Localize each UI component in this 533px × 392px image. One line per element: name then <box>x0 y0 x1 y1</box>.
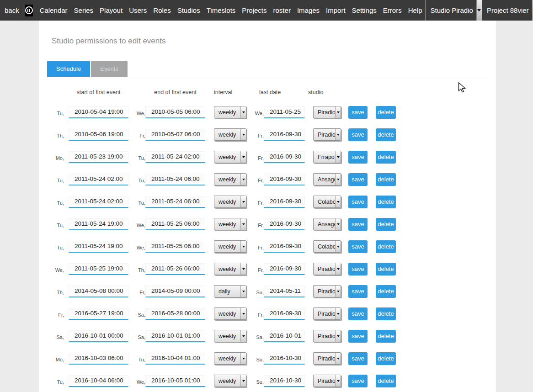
delete-button[interactable]: delete <box>376 173 396 186</box>
nav-item-settings[interactable]: Settings <box>349 0 380 20</box>
studio-dropdown-icon[interactable] <box>335 241 341 252</box>
start-datetime-input[interactable] <box>69 263 128 275</box>
interval-dropdown-icon[interactable] <box>240 330 246 342</box>
save-button[interactable]: save <box>348 106 368 119</box>
delete-button[interactable]: delete <box>376 352 396 365</box>
studio-dropdown-icon[interactable] <box>335 196 341 207</box>
studio-dropdown-icon[interactable] <box>335 330 341 342</box>
end-datetime-input[interactable] <box>145 151 205 163</box>
last-date-input[interactable] <box>264 263 305 275</box>
studio-dropdown-icon[interactable] <box>335 174 341 185</box>
start-datetime-input[interactable] <box>69 241 128 253</box>
save-button[interactable]: save <box>348 151 368 164</box>
last-date-input[interactable] <box>264 106 305 118</box>
interval-dropdown-icon[interactable] <box>240 375 246 387</box>
nav-item-import[interactable]: Import <box>323 0 349 20</box>
interval-dropdown-icon[interactable] <box>240 174 246 185</box>
interval-select[interactable]: weekly <box>214 196 246 208</box>
last-date-input[interactable] <box>264 286 305 297</box>
nav-item-calendar[interactable]: Calendar <box>37 0 71 20</box>
end-datetime-input[interactable] <box>145 129 205 141</box>
interval-select[interactable]: daily <box>214 285 246 297</box>
end-datetime-input[interactable] <box>145 330 205 342</box>
last-date-input[interactable] <box>264 330 305 342</box>
start-datetime-input[interactable] <box>69 151 128 163</box>
studio-row-select[interactable]: Piradio <box>313 330 341 342</box>
end-datetime-input[interactable] <box>145 106 205 118</box>
studio-dropdown-icon[interactable] <box>335 353 341 364</box>
tab-schedule[interactable]: Schedule <box>47 61 90 77</box>
last-date-input[interactable] <box>264 218 305 230</box>
last-date-input[interactable] <box>264 174 305 185</box>
interval-select[interactable]: weekly <box>214 240 246 253</box>
studio-row-select[interactable]: Piradio <box>313 106 341 118</box>
start-datetime-input[interactable] <box>69 375 128 387</box>
interval-select[interactable]: weekly <box>214 375 246 387</box>
studio-row-select[interactable]: Ansage <box>313 218 341 230</box>
nav-item-help[interactable]: Help <box>405 0 426 20</box>
interval-dropdown-icon[interactable] <box>240 286 246 297</box>
nav-item-series[interactable]: Series <box>71 0 97 20</box>
last-date-input[interactable] <box>264 353 305 365</box>
save-button[interactable]: save <box>348 352 368 365</box>
delete-button[interactable]: delete <box>376 196 396 208</box>
delete-button[interactable]: delete <box>376 151 396 164</box>
interval-select[interactable]: weekly <box>214 106 246 118</box>
delete-button[interactable]: delete <box>376 285 396 298</box>
start-datetime-input[interactable] <box>69 106 128 118</box>
end-datetime-input[interactable] <box>145 174 205 185</box>
last-date-input[interactable] <box>264 375 305 387</box>
end-datetime-input[interactable] <box>145 196 205 208</box>
interval-dropdown-icon[interactable] <box>240 196 246 207</box>
project-select[interactable]: Project 88vier <box>482 0 533 21</box>
studio-dropdown-icon[interactable] <box>335 286 341 297</box>
studio-dropdown-icon[interactable] <box>335 263 341 275</box>
nav-item-roster[interactable]: roster <box>270 0 294 20</box>
studio-row-select[interactable]: Ansage <box>313 173 341 185</box>
end-datetime-input[interactable] <box>145 286 205 297</box>
nav-item-projects[interactable]: Projects <box>239 0 270 20</box>
studio-dropdown-icon[interactable] <box>335 106 341 118</box>
studio-row-select[interactable]: Piradio <box>313 307 341 320</box>
interval-select[interactable]: weekly <box>214 352 246 365</box>
nav-item-users[interactable]: Users <box>126 0 150 20</box>
interval-dropdown-icon[interactable] <box>240 129 246 140</box>
studio-row-select[interactable]: Piradio <box>313 128 341 141</box>
interval-select[interactable]: weekly <box>214 218 246 230</box>
nav-item-playout[interactable]: Playout <box>96 0 126 20</box>
end-datetime-input[interactable] <box>145 218 205 230</box>
studio-dropdown-icon[interactable] <box>335 151 341 163</box>
studio-dropdown-icon[interactable] <box>335 218 341 230</box>
interval-select[interactable]: weekly <box>214 330 246 342</box>
end-datetime-input[interactable] <box>145 241 205 253</box>
end-datetime-input[interactable] <box>145 263 205 275</box>
interval-select[interactable]: weekly <box>214 173 246 185</box>
last-date-input[interactable] <box>264 196 305 208</box>
interval-dropdown-icon[interactable] <box>240 218 246 230</box>
nav-item-roles[interactable]: Roles <box>150 0 174 20</box>
delete-button[interactable]: delete <box>376 375 396 387</box>
nav-item-errors[interactable]: Errors <box>380 0 405 20</box>
studio-row-select[interactable]: Piradio <box>313 375 341 387</box>
studio-row-select[interactable]: Colabo <box>313 196 341 208</box>
start-datetime-input[interactable] <box>69 174 128 185</box>
start-datetime-input[interactable] <box>69 129 128 141</box>
start-datetime-input[interactable] <box>69 330 128 342</box>
interval-dropdown-icon[interactable] <box>240 308 246 319</box>
last-date-input[interactable] <box>264 129 305 141</box>
studio-row-select[interactable]: Frrapo <box>313 151 341 163</box>
save-button[interactable]: save <box>348 173 368 186</box>
interval-dropdown-icon[interactable] <box>240 353 246 364</box>
start-datetime-input[interactable] <box>69 353 128 365</box>
interval-dropdown-icon[interactable] <box>240 263 246 275</box>
delete-button[interactable]: delete <box>376 240 396 253</box>
save-button[interactable]: save <box>348 330 368 343</box>
studio-row-select[interactable]: Piradio <box>313 263 341 275</box>
delete-button[interactable]: delete <box>376 307 396 320</box>
piradio-logo-icon[interactable] <box>25 5 33 16</box>
interval-select[interactable]: weekly <box>214 263 246 275</box>
interval-dropdown-icon[interactable] <box>240 241 246 252</box>
save-button[interactable]: save <box>348 128 368 141</box>
end-datetime-input[interactable] <box>145 353 205 365</box>
last-date-input[interactable] <box>264 151 305 163</box>
